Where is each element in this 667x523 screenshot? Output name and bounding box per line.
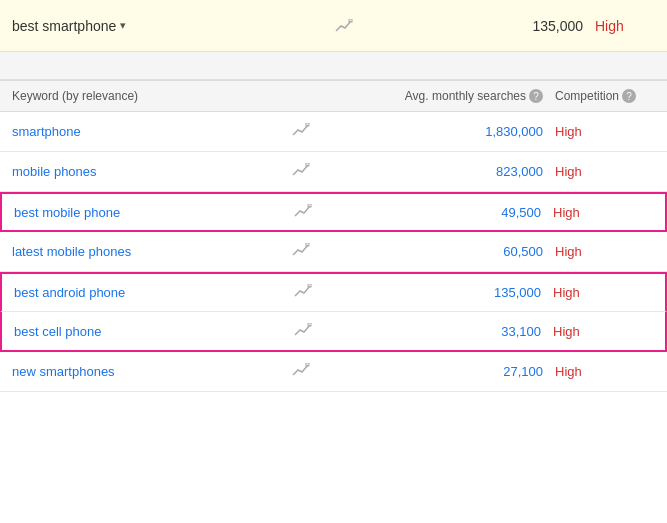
trend-icon <box>292 243 310 257</box>
top-chart-cell <box>212 19 475 33</box>
trend-icon <box>294 284 312 298</box>
trend-icon <box>294 204 312 218</box>
row-chart-2 <box>294 204 413 221</box>
table-body: smartphone 1,830,000 High mobile phones … <box>0 112 667 392</box>
table-row: mobile phones 823,000 High <box>0 152 667 192</box>
top-keyword-row: best smartphone ▾ 135,000 High <box>0 0 667 52</box>
row-chart-3 <box>292 243 415 260</box>
svg-rect-4 <box>306 243 309 246</box>
row-competition-0: High <box>555 124 655 139</box>
row-searches-2: 49,500 <box>413 205 553 220</box>
svg-rect-6 <box>308 323 311 326</box>
competition-help-icon[interactable]: ? <box>622 89 636 103</box>
row-searches-0: 1,830,000 <box>415 124 555 139</box>
row-chart-0 <box>292 123 415 140</box>
row-competition-4: High <box>553 285 653 300</box>
row-searches-4: 135,000 <box>413 285 553 300</box>
row-searches-6: 27,100 <box>415 364 555 379</box>
table-row: latest mobile phones 60,500 High <box>0 232 667 272</box>
table-row: new smartphones 27,100 High <box>0 352 667 392</box>
row-keyword-3[interactable]: latest mobile phones <box>12 244 292 259</box>
row-competition-6: High <box>555 364 655 379</box>
top-competition-value: High <box>595 18 655 34</box>
row-chart-5 <box>294 323 413 340</box>
searches-help-icon[interactable]: ? <box>529 89 543 103</box>
svg-rect-1 <box>306 123 309 126</box>
row-keyword-2[interactable]: best mobile phone <box>14 205 294 220</box>
row-competition-3: High <box>555 244 655 259</box>
row-chart-1 <box>292 163 415 180</box>
row-searches-3: 60,500 <box>415 244 555 259</box>
row-keyword-5[interactable]: best cell phone <box>14 324 294 339</box>
trend-icon <box>294 323 312 337</box>
header-keyword: Keyword (by relevance) <box>12 89 292 103</box>
row-keyword-6[interactable]: new smartphones <box>12 364 292 379</box>
trend-icon <box>292 123 310 137</box>
row-chart-4 <box>294 284 413 301</box>
table-header: Keyword (by relevance) Avg. monthly sear… <box>0 80 667 112</box>
trend-icon <box>292 163 310 177</box>
separator <box>0 52 667 80</box>
trend-icon <box>335 19 353 33</box>
row-searches-1: 823,000 <box>415 164 555 179</box>
top-keyword-label[interactable]: best smartphone ▾ <box>12 18 212 34</box>
row-keyword-1[interactable]: mobile phones <box>12 164 292 179</box>
row-chart-6 <box>292 363 415 380</box>
row-competition-5: High <box>553 324 653 339</box>
row-searches-5: 33,100 <box>413 324 553 339</box>
dropdown-arrow-icon: ▾ <box>120 19 126 32</box>
row-keyword-0[interactable]: smartphone <box>12 124 292 139</box>
row-competition-1: High <box>555 164 655 179</box>
header-competition: Competition ? <box>555 89 655 103</box>
top-searches-value: 135,000 <box>475 18 595 34</box>
table-row: smartphone 1,830,000 High <box>0 112 667 152</box>
row-keyword-4[interactable]: best android phone <box>14 285 294 300</box>
row-competition-2: High <box>553 205 653 220</box>
top-keyword-text: best smartphone <box>12 18 116 34</box>
svg-rect-2 <box>306 163 309 166</box>
table-row: best mobile phone 49,500 High <box>0 192 667 232</box>
header-searches: Avg. monthly searches ? <box>405 89 555 103</box>
trend-icon <box>292 363 310 377</box>
svg-rect-7 <box>306 363 309 366</box>
svg-rect-5 <box>308 284 311 287</box>
table-row: best android phone 135,000 High <box>0 272 667 312</box>
svg-rect-3 <box>308 204 311 207</box>
table-row: best cell phone 33,100 High <box>0 312 667 352</box>
svg-rect-0 <box>349 19 352 22</box>
